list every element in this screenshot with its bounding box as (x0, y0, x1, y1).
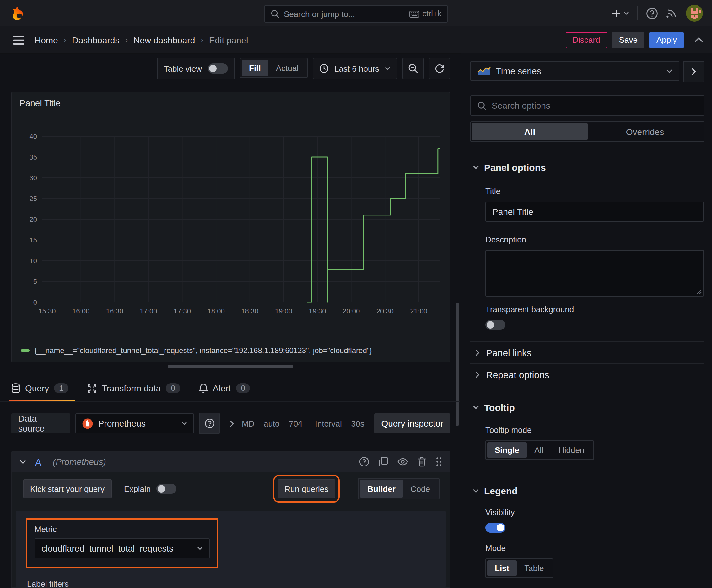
prometheus-icon (83, 418, 93, 429)
description-textarea[interactable] (486, 250, 704, 296)
grafana-edit-panel-page: Search or jump to... ctrl+k (0, 0, 712, 588)
help-button[interactable] (646, 7, 658, 19)
table-view-label: Table view (164, 64, 202, 73)
tab-query[interactable]: Query 1 (11, 375, 68, 401)
viz-picker[interactable]: Time series (470, 61, 679, 81)
options-sections: Panel options Title Panel Title Descript… (461, 142, 712, 588)
menu-toggle-button[interactable] (13, 36, 24, 44)
vertical-scrollbar-thumb[interactable] (456, 303, 459, 426)
breadcrumb-new-dashboard[interactable]: New dashboard (133, 35, 195, 45)
builder-option[interactable]: Builder (360, 480, 403, 498)
panel-resize-handle[interactable] (168, 365, 293, 368)
svg-text:19:00: 19:00 (275, 307, 292, 315)
run-queries-button[interactable]: Run queries (278, 479, 335, 498)
save-button[interactable]: Save (612, 32, 645, 48)
bell-icon (199, 383, 208, 393)
svg-text:19:30: 19:30 (308, 307, 326, 315)
drag-query-handle[interactable] (436, 457, 442, 467)
breadcrumb-separator: › (125, 35, 128, 45)
divider (637, 6, 638, 20)
description-field-label: Description (461, 235, 712, 244)
svg-text:5: 5 (33, 278, 37, 286)
collapse-header-button[interactable] (694, 37, 703, 43)
query-options-expander[interactable] (230, 420, 234, 427)
panel-title: Panel Title (19, 98, 61, 108)
duplicate-query-button[interactable] (379, 457, 388, 467)
options-tab-all[interactable]: All (472, 123, 587, 140)
user-avatar[interactable] (686, 4, 703, 22)
news-button[interactable] (666, 7, 677, 19)
explain-toggle[interactable] (156, 484, 176, 494)
code-option[interactable]: Code (403, 480, 438, 498)
breadcrumb-home[interactable]: Home (35, 35, 58, 45)
section-legend[interactable]: Legend (461, 486, 712, 496)
datasource-row: Data source Prometheus MD = auto = 704 I… (11, 413, 450, 434)
chevron-down-icon (182, 422, 188, 425)
time-range-label: Last 6 hours (335, 64, 379, 73)
kick-start-query-button[interactable]: Kick start your query (23, 479, 111, 498)
datasource-help-button[interactable] (199, 413, 220, 434)
global-search[interactable]: Search or jump to... ctrl+k (264, 5, 448, 23)
apply-button[interactable]: Apply (649, 32, 684, 48)
panel-title-input[interactable]: Panel Title (486, 202, 704, 222)
clock-icon (320, 64, 329, 73)
query-row-header[interactable]: A (Prometheus) (12, 452, 450, 472)
refresh-button[interactable] (429, 58, 450, 79)
legend-mode-list[interactable]: List (487, 560, 517, 576)
query-editor-card: A (Prometheus) (11, 451, 450, 588)
tab-alert[interactable]: Alert 0 (199, 375, 250, 401)
hide-query-button[interactable] (397, 458, 408, 465)
section-tooltip[interactable]: Tooltip (461, 402, 712, 413)
options-search-placeholder: Search options (492, 101, 550, 110)
query-inspector-button[interactable]: Query inspector (374, 413, 450, 434)
svg-text:17:30: 17:30 (174, 307, 191, 315)
time-series-chart[interactable]: 051015202530354015:3016:0016:3017:0017:3… (17, 114, 446, 327)
transparent-bg-toggle[interactable] (486, 320, 505, 330)
chevron-right-icon (691, 68, 696, 76)
plus-icon (611, 8, 621, 18)
tab-transform-data[interactable]: Transform data 0 (87, 375, 180, 401)
breadcrumb-bar: Home › Dashboards › New dashboard › Edit… (0, 26, 712, 54)
tooltip-mode-all[interactable]: All (527, 442, 551, 458)
repeat-options-section[interactable]: Repeat options (461, 364, 712, 385)
legend-visibility-toggle[interactable] (486, 523, 505, 533)
collapse-options-button[interactable] (683, 61, 705, 82)
zoom-out-button[interactable] (403, 58, 424, 79)
top-nav-actions (611, 0, 703, 26)
chevron-up-icon (694, 37, 703, 43)
table-view-toggle[interactable] (208, 63, 228, 74)
query-datasource-hint: (Prometheus) (53, 457, 106, 467)
delete-query-button[interactable] (417, 457, 426, 467)
section-panel-options[interactable]: Panel options (461, 162, 712, 173)
section-divider (461, 389, 712, 390)
chevron-down-icon (385, 67, 390, 70)
options-search[interactable]: Search options (470, 96, 705, 115)
fill-option[interactable]: Fill (241, 60, 268, 76)
panel-links-section[interactable]: Panel links (461, 342, 712, 363)
section-divider (461, 474, 712, 474)
tooltip-mode-switch: Single All Hidden (486, 440, 594, 460)
tab-transform-label: Transform data (102, 383, 161, 393)
tab-query-count: 1 (54, 383, 68, 393)
tooltip-mode-hidden[interactable]: Hidden (551, 442, 592, 458)
legend-series-name[interactable]: {__name__="cloudflared_tunnel_total_requ… (35, 346, 372, 355)
tab-alert-count: 0 (236, 383, 250, 393)
top-nav: Search or jump to... ctrl+k (0, 0, 712, 27)
options-tab-overrides[interactable]: Overrides (587, 123, 703, 140)
legend-mode-table[interactable]: Table (517, 560, 551, 576)
legend-swatch (21, 349, 29, 352)
actual-option[interactable]: Actual (268, 60, 306, 76)
breadcrumb-dashboards[interactable]: Dashboards (72, 35, 119, 45)
discard-button[interactable]: Discard (566, 32, 607, 48)
edit-panel-actions: Discard Save Apply (566, 32, 704, 48)
tooltip-mode-single[interactable]: Single (487, 442, 527, 458)
svg-text:16:00: 16:00 (72, 307, 89, 315)
datasource-select[interactable]: Prometheus (75, 413, 194, 434)
grafana-logo-icon[interactable] (9, 5, 25, 21)
metric-select[interactable]: cloudflared_tunnel_total_requests (35, 538, 210, 559)
rss-icon (666, 7, 677, 19)
query-help-button[interactable] (359, 457, 369, 467)
time-range-picker[interactable]: Last 6 hours (313, 58, 397, 79)
title-field-label: Title (461, 187, 712, 196)
new-menu-button[interactable] (611, 8, 629, 18)
